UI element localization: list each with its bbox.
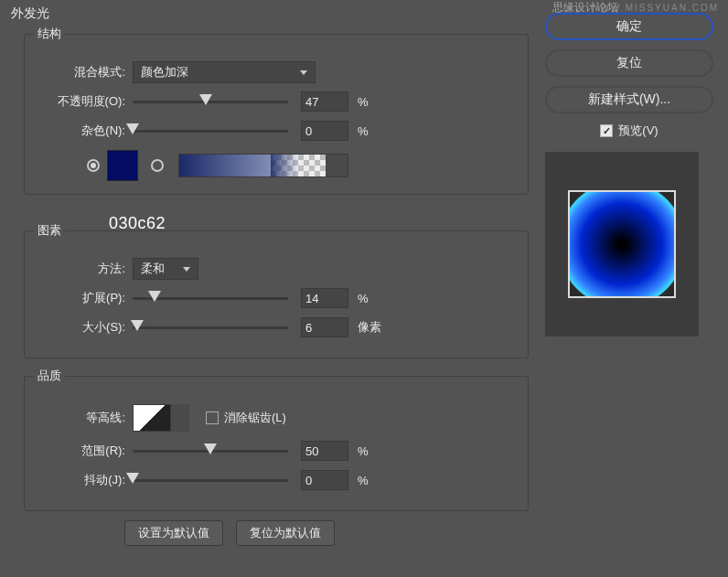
solid-color-radio[interactable]: [87, 159, 100, 172]
contour-picker[interactable]: [133, 404, 171, 432]
chevron-down-icon: [300, 70, 307, 75]
preview-checkbox[interactable]: [600, 124, 613, 137]
make-default-button[interactable]: 设置为默认值: [124, 520, 223, 546]
elements-group: 图素 方法: 柔和 扩展(P): % 大小(S): 像素: [24, 222, 529, 358]
preview-box: [545, 152, 699, 337]
opacity-input[interactable]: [301, 91, 348, 112]
right-panel: 确定 复位 新建样式(W)... 预览(V): [545, 13, 713, 337]
range-slider[interactable]: [133, 443, 288, 459]
range-label: 范围(R):: [34, 443, 133, 459]
size-label: 大小(S):: [34, 319, 133, 336]
blend-mode-select[interactable]: 颜色加深: [133, 61, 316, 83]
gradient-radio[interactable]: [151, 159, 164, 172]
jitter-unit: %: [358, 474, 369, 487]
noise-slider[interactable]: [133, 123, 288, 139]
ok-button[interactable]: 确定: [545, 13, 713, 40]
contour-label: 等高线:: [34, 410, 133, 426]
new-style-button[interactable]: 新建样式(W)...: [545, 86, 713, 113]
size-unit: 像素: [358, 319, 381, 336]
spread-input[interactable]: [301, 288, 348, 308]
spread-slider[interactable]: [133, 290, 288, 306]
opacity-unit: %: [358, 95, 369, 109]
gradient-picker[interactable]: [178, 154, 348, 177]
range-unit: %: [358, 444, 369, 458]
spread-unit: %: [358, 292, 369, 305]
noise-input[interactable]: [301, 121, 348, 141]
chevron-down-icon: [183, 267, 190, 272]
elements-legend: 图素: [34, 222, 65, 239]
cancel-button[interactable]: 复位: [545, 49, 713, 77]
range-input[interactable]: [301, 441, 348, 461]
contour-dropdown[interactable]: [171, 404, 189, 432]
technique-label: 方法:: [34, 261, 133, 277]
structure-group: 结构 混合模式: 颜色加深 不透明度(O): % 杂色(N): %: [24, 26, 529, 195]
opacity-slider[interactable]: [133, 93, 288, 110]
noise-label: 杂色(N):: [34, 123, 133, 139]
quality-legend: 品质: [34, 368, 65, 384]
watermark-en: WWW.MISSYUAN.COM: [590, 3, 719, 13]
color-swatch[interactable]: [107, 150, 138, 181]
jitter-label: 抖动(J):: [34, 472, 133, 488]
preview-label: 预览(V): [618, 123, 658, 139]
reset-default-button[interactable]: 复位为默认值: [236, 520, 335, 546]
opacity-label: 不透明度(O):: [34, 93, 133, 110]
quality-group: 品质 等高线: 消除锯齿(L) 范围(R): % 抖动(J):: [24, 368, 529, 511]
spread-label: 扩展(P):: [34, 290, 133, 306]
anti-alias-checkbox[interactable]: [206, 411, 219, 424]
noise-unit: %: [358, 124, 369, 138]
blend-mode-value: 颜色加深: [141, 64, 188, 80]
technique-select[interactable]: 柔和: [133, 258, 198, 280]
blend-mode-label: 混合模式:: [34, 64, 133, 80]
anti-alias-label: 消除锯齿(L): [224, 410, 286, 426]
jitter-input[interactable]: [301, 470, 348, 490]
panel-title: 外发光: [7, 5, 534, 22]
jitter-slider[interactable]: [133, 472, 288, 488]
preview-thumbnail: [568, 190, 676, 298]
technique-value: 柔和: [141, 261, 165, 277]
size-slider[interactable]: [133, 319, 288, 336]
outer-glow-panel: 外发光 结构 混合模式: 颜色加深 不透明度(O): % 杂色(N):: [7, 5, 534, 546]
structure-legend: 结构: [34, 26, 65, 42]
size-input[interactable]: [301, 317, 348, 337]
